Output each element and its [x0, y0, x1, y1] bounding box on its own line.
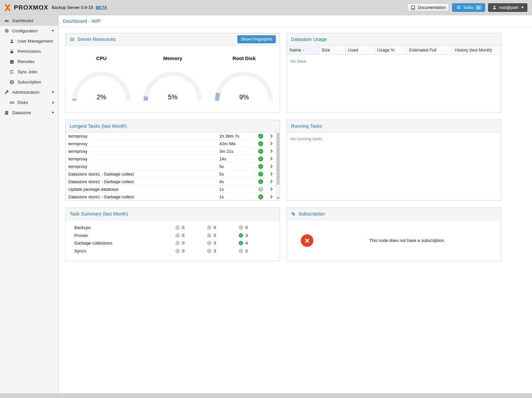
- sidebar-item-disks[interactable]: Disks: [0, 97, 58, 108]
- task-row[interactable]: termproxy 42m 58s: [66, 140, 280, 148]
- task-duration: 4s: [219, 179, 258, 184]
- user-menu-button[interactable]: root@pam: [488, 3, 527, 12]
- chevron-right-icon[interactable]: [269, 172, 274, 176]
- ok-count: 0: [245, 249, 248, 253]
- wrench-icon: [4, 90, 9, 95]
- unlock-icon: [9, 49, 15, 54]
- gauge-label: Memory: [163, 55, 182, 61]
- ok-count: 4: [245, 241, 248, 246]
- chevron-right-icon[interactable]: [269, 164, 274, 169]
- task-row[interactable]: Update package database 1s: [66, 185, 280, 193]
- sidebar-item-sync-jobs[interactable]: Sync Jobs: [0, 67, 58, 77]
- column-header-usage[interactable]: Usage %: [374, 46, 407, 54]
- no-subscription-icon: ×: [301, 234, 313, 247]
- column-header-name[interactable]: Name ↑: [287, 46, 319, 54]
- sidebar-item-dashboard[interactable]: Dashboard: [0, 16, 58, 26]
- chevron-right-icon[interactable]: [269, 141, 274, 146]
- sidebar-item-label: Configuration: [12, 28, 38, 33]
- task-status-icon: [258, 172, 263, 177]
- sidebar-item-user-management[interactable]: User Management: [0, 36, 58, 46]
- scrollbar[interactable]: [276, 132, 280, 200]
- logo-wordmark: PROXMOX: [14, 4, 48, 11]
- show-fingerprint-button[interactable]: Show Fingerprint: [237, 35, 276, 43]
- scroll-down-arrow-icon[interactable]: [277, 197, 279, 199]
- collapse-arrow-icon[interactable]: [52, 91, 54, 93]
- task-duration: 5s: [219, 164, 258, 169]
- scrollbar-thumb[interactable]: [277, 133, 279, 185]
- panel-title: Running Tasks: [291, 123, 322, 129]
- task-status-icon: [258, 164, 263, 169]
- gauge: Root Disk 9%: [208, 55, 280, 102]
- task-name: Update package database: [68, 187, 219, 192]
- task-row[interactable]: Datastore store1 - Garbage collect 4s: [66, 178, 280, 185]
- column-header-history[interactable]: History (last Month): [452, 46, 501, 54]
- summary-label: Garbage collections: [66, 241, 175, 246]
- task-name: termproxy: [68, 156, 219, 161]
- datastore-table-header: Name ↑ Size Used Usage % Estimated Full …: [287, 46, 501, 55]
- panel-title: Task Summary (last Month): [70, 211, 128, 216]
- sidebar-item-permissions[interactable]: Permissions: [0, 46, 58, 56]
- sidebar-item-remotes[interactable]: Remotes: [0, 56, 58, 67]
- error-count-icon: [175, 225, 180, 230]
- caret-down-icon: [521, 7, 524, 8]
- page-title: Dashboard - WIP: [63, 18, 101, 24]
- ok-count-icon: [239, 249, 243, 253]
- sidebar-item-label: Datastore: [12, 110, 31, 115]
- tasks-button[interactable]: Tasks 0: [452, 3, 485, 12]
- warning-count: 0: [214, 249, 216, 253]
- ok-count-icon: [239, 225, 243, 230]
- panel-title: Datastore Usage: [291, 37, 327, 42]
- column-header-estimated-full[interactable]: Estimated Full: [407, 46, 452, 54]
- chevron-right-icon[interactable]: [269, 156, 274, 161]
- book-icon: [410, 5, 416, 10]
- subscription-tag-icon: [291, 212, 296, 216]
- error-count: 0: [182, 249, 184, 253]
- sidebar-item-subscription[interactable]: Subscription: [0, 77, 58, 87]
- chevron-right-icon[interactable]: [269, 134, 274, 138]
- sidebar-item-label: Subscription: [18, 80, 41, 84]
- task-row[interactable]: Datastore store1 - Garbage collect 1s: [66, 193, 280, 200]
- task-duration: 1h 38m 7s: [219, 134, 258, 139]
- task-row[interactable]: termproxy 1h 38m 7s: [66, 132, 280, 140]
- documentation-button[interactable]: Documentation: [407, 3, 449, 12]
- task-name: termproxy: [68, 164, 219, 169]
- chevron-right-icon[interactable]: [269, 194, 274, 199]
- sidebar-item-configuration[interactable]: Configuration: [0, 26, 58, 36]
- task-duration: 1s: [219, 194, 258, 199]
- no-running-tasks-text: No running tasks: [287, 132, 501, 145]
- panel-title: Longest Tasks (last Month): [70, 123, 127, 129]
- expand-arrow-icon[interactable]: [53, 101, 54, 104]
- chevron-right-icon[interactable]: [269, 149, 274, 153]
- chevron-right-icon[interactable]: [269, 179, 274, 184]
- task-status-icon: [258, 149, 263, 154]
- chevron-right-icon[interactable]: [269, 187, 274, 191]
- task-status-icon: [258, 187, 263, 192]
- task-row[interactable]: termproxy 3m 21s: [66, 148, 280, 155]
- task-row[interactable]: termproxy 14s: [66, 155, 280, 163]
- collapse-arrow-icon[interactable]: [52, 112, 54, 114]
- collapse-arrow-icon[interactable]: [52, 30, 54, 32]
- column-header-used[interactable]: Used: [345, 46, 374, 54]
- task-duration: 14s: [219, 156, 258, 161]
- gears-icon: [4, 28, 9, 34]
- error-count-icon: [175, 241, 180, 245]
- task-row[interactable]: Datastore store1 - Garbage collect 5s: [66, 170, 280, 178]
- task-name: termproxy: [68, 134, 219, 139]
- column-header-size[interactable]: Size: [319, 46, 345, 54]
- gauge: Memory 5%: [137, 55, 208, 102]
- task-name: Datastore store1 - Garbage collect: [68, 172, 219, 177]
- sidebar-item-administration[interactable]: Administration: [0, 87, 58, 97]
- sidebar-item-datastore[interactable]: Datastore: [0, 108, 58, 118]
- ok-count: 3: [245, 233, 248, 238]
- error-count: 0: [182, 241, 184, 246]
- sidebar-item-label: Remotes: [18, 59, 35, 64]
- task-status-icon: [258, 141, 263, 146]
- server-resources-panel: Server Resources Show Fingerprint CPU 2%: [65, 33, 280, 113]
- task-row[interactable]: termproxy 5s: [66, 163, 280, 170]
- summary-row: Backups 0 0 0: [66, 224, 280, 232]
- warning-count-icon: [207, 249, 211, 253]
- error-count-icon: [175, 249, 180, 253]
- warning-count-icon: [207, 225, 211, 230]
- task-name: termproxy: [68, 141, 219, 146]
- beta-link[interactable]: BETA: [96, 5, 107, 10]
